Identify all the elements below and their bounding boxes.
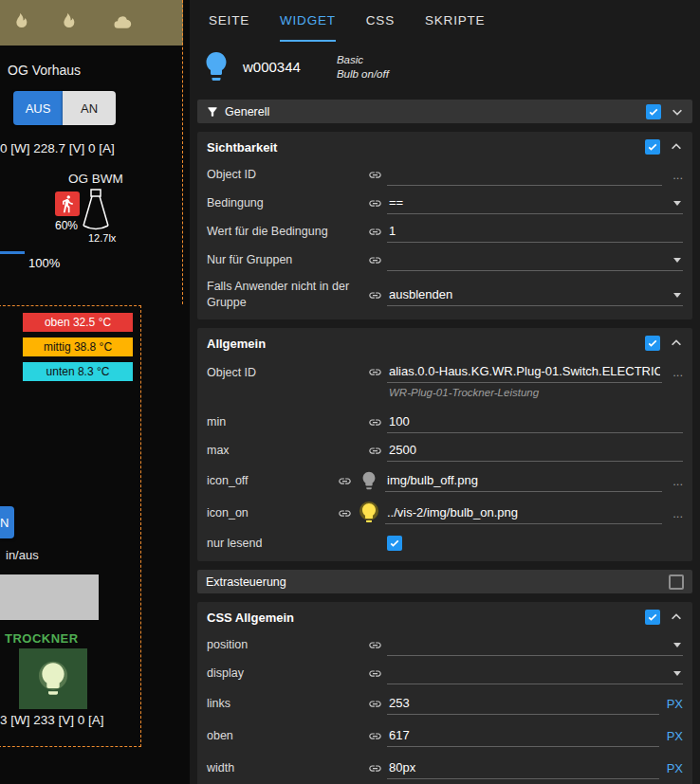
group-checkbox[interactable] bbox=[646, 104, 661, 119]
chevron-up-icon[interactable] bbox=[670, 611, 683, 624]
tab-skripte[interactable]: SKRIPTE bbox=[425, 0, 485, 42]
field-label: links bbox=[207, 696, 368, 712]
px-unit-button[interactable]: PX bbox=[667, 761, 683, 775]
view-canvas: OG Vorhaus AUS AN 0 [W] 228.7 [V] 0 [A] … bbox=[0, 0, 190, 784]
field-label: Wert für die Bedingung bbox=[207, 224, 368, 240]
flame-icon[interactable] bbox=[57, 11, 78, 36]
trockner-bulb-widget[interactable] bbox=[19, 648, 87, 709]
chevron-up-icon[interactable] bbox=[670, 140, 683, 154]
section-title: CSS Allgemein bbox=[207, 611, 645, 625]
progress-line bbox=[0, 251, 25, 254]
field-label: Nur für Gruppen bbox=[207, 252, 368, 268]
section-header[interactable]: Sichtbarkeit bbox=[197, 134, 692, 160]
bulb-on-thumbnail[interactable] bbox=[357, 499, 381, 527]
field-row-max: max 2500 bbox=[197, 436, 692, 465]
more-button[interactable]: ... bbox=[662, 168, 683, 182]
falls-select[interactable]: ausblenden bbox=[387, 283, 683, 306]
aus-button[interactable]: AUS bbox=[13, 91, 63, 125]
widget-bulb-icon bbox=[199, 49, 233, 83]
view-toolbar bbox=[0, 0, 183, 46]
more-button[interactable]: ... bbox=[662, 506, 683, 520]
bwm-title: OG BWM bbox=[68, 172, 123, 186]
tab-css[interactable]: CSS bbox=[366, 0, 395, 42]
links-input[interactable]: 253 bbox=[387, 692, 659, 715]
flame-icon[interactable] bbox=[9, 11, 30, 36]
position-select[interactable] bbox=[387, 633, 683, 656]
temp-badge-unten: unten 8.3 °C bbox=[23, 362, 133, 381]
tab-widget[interactable]: WIDGET bbox=[280, 0, 336, 42]
link-icon[interactable] bbox=[368, 253, 387, 267]
oben-input[interactable]: 617 bbox=[387, 724, 659, 747]
display-select[interactable] bbox=[387, 662, 683, 684]
link-icon[interactable] bbox=[368, 697, 387, 711]
section-checkbox[interactable] bbox=[645, 610, 660, 625]
section-checkbox[interactable] bbox=[645, 336, 660, 351]
link-icon[interactable] bbox=[368, 638, 387, 652]
link-icon[interactable] bbox=[368, 168, 387, 182]
group-title: Extrasteuerung bbox=[206, 575, 669, 589]
chevron-up-icon[interactable] bbox=[670, 337, 683, 350]
walking-person-icon bbox=[58, 194, 77, 213]
link-icon[interactable] bbox=[338, 474, 357, 488]
section-header[interactable]: CSS Allgemein bbox=[197, 604, 692, 630]
an-button[interactable]: AN bbox=[63, 91, 116, 125]
link-icon[interactable] bbox=[368, 444, 387, 458]
tab-seite[interactable]: SEITE bbox=[209, 0, 249, 42]
link-icon[interactable] bbox=[368, 666, 387, 681]
cloud-icon[interactable] bbox=[110, 13, 135, 36]
widget-type: Bulb on/off bbox=[337, 68, 389, 80]
link-icon[interactable] bbox=[368, 196, 387, 210]
chevron-down-icon[interactable] bbox=[671, 105, 684, 119]
px-unit-button[interactable]: PX bbox=[667, 729, 683, 743]
width-input[interactable]: 80px bbox=[387, 757, 659, 779]
section-header[interactable]: Allgemein bbox=[197, 330, 692, 356]
object-id-input[interactable] bbox=[387, 163, 662, 186]
link-icon[interactable] bbox=[368, 225, 387, 239]
px-unit-button[interactable]: PX bbox=[667, 697, 683, 711]
field-row-nur-lesend: nur lesend bbox=[197, 529, 692, 557]
widget-set: Basic bbox=[337, 54, 389, 65]
gruppen-select[interactable] bbox=[387, 248, 683, 271]
dropdown-arrow-icon bbox=[673, 258, 681, 266]
nur-lesend-checkbox[interactable] bbox=[387, 536, 402, 551]
field-label: width bbox=[207, 760, 368, 776]
more-button[interactable]: ... bbox=[662, 365, 683, 379]
field-label: oben bbox=[207, 728, 368, 744]
dimmer-widget[interactable] bbox=[0, 574, 99, 620]
link-icon[interactable] bbox=[368, 729, 387, 743]
link-icon[interactable] bbox=[368, 288, 387, 302]
link-icon[interactable] bbox=[368, 761, 387, 775]
wert-input[interactable]: 1 bbox=[387, 220, 683, 243]
lux-value: 12.7lx bbox=[88, 232, 116, 244]
group-generell[interactable]: Generell bbox=[197, 100, 692, 123]
partial-an-button[interactable]: N bbox=[0, 506, 14, 538]
min-input[interactable]: 100 bbox=[387, 410, 683, 433]
bulb-icon bbox=[34, 660, 72, 698]
bedingung-select[interactable]: == bbox=[387, 191, 683, 214]
light-cone-icon bbox=[80, 188, 112, 235]
object-id-input[interactable]: alias.0.0-Haus.KG.WR.Plug-01.Switch.ELEC… bbox=[387, 360, 662, 383]
motion-sensor-icon[interactable] bbox=[55, 191, 80, 216]
field-label: position bbox=[207, 637, 368, 653]
field-row-links: links 253 PX bbox=[197, 687, 692, 720]
link-icon[interactable] bbox=[368, 415, 387, 429]
field-row-icon-off: icon_off img/bulb_off.png ... bbox=[197, 465, 692, 497]
field-row-display: display bbox=[197, 659, 692, 687]
bulb-off-thumbnail[interactable] bbox=[357, 466, 381, 495]
group-extrasteuerung[interactable]: Extrasteuerung bbox=[197, 570, 692, 593]
section-checkbox[interactable] bbox=[645, 139, 660, 155]
field-row-icon-on: icon_on ../vis-2/img/bulb_on.png ... bbox=[197, 497, 692, 529]
field-row-width: width 80px PX bbox=[197, 752, 692, 784]
field-row-oben: oben 617 PX bbox=[197, 720, 692, 752]
group-checkbox[interactable] bbox=[669, 574, 684, 590]
icon-on-input[interactable]: ../vis-2/img/bulb_on.png bbox=[385, 501, 662, 524]
trockner-label: TROCKNER bbox=[5, 631, 79, 646]
more-button[interactable]: ... bbox=[662, 474, 683, 488]
icon-off-input[interactable]: img/bulb_off.png bbox=[385, 469, 662, 492]
link-icon[interactable] bbox=[368, 360, 387, 379]
field-label: icon_on bbox=[207, 505, 338, 521]
link-icon[interactable] bbox=[338, 506, 357, 520]
max-input[interactable]: 2500 bbox=[387, 439, 683, 462]
field-row-bedingung: Bedingung == bbox=[197, 189, 692, 217]
section-sichtbarkeit: Sichtbarkeit Object ID ... Bedingung == … bbox=[197, 132, 692, 319]
